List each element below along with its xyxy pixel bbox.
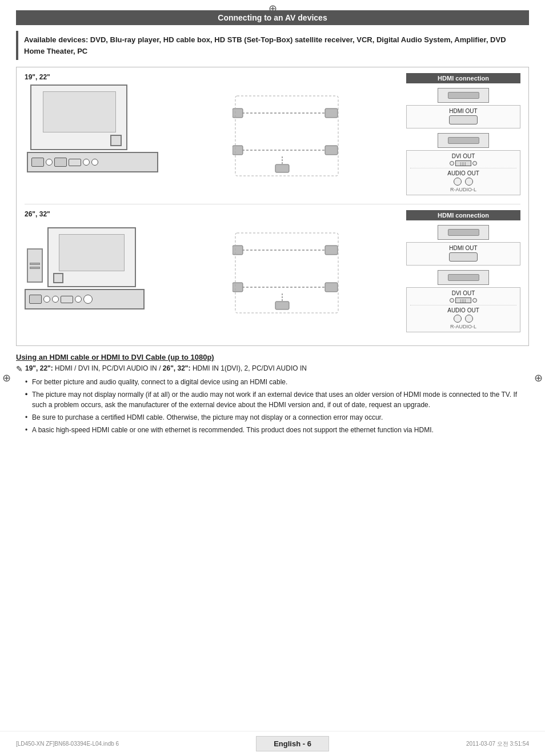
dvi-circle-left-2632 [450,298,454,303]
reg-mark-left: ⊕ [2,372,11,384]
notes-ref-icon: ✎ [16,364,23,373]
dvi-circle-right-1922 [472,161,477,166]
dvi-circle-right-2632 [472,298,477,303]
dvi-rect-2632: |||| [455,297,471,303]
hdmi-out-box-2632: HDMI OUT [406,242,520,266]
footer-page-number: English - 6 [256,736,329,751]
audio-circle-l-1922 [465,178,473,186]
svg-rect-13 [233,283,243,292]
bullet-1: For better picture and audio quality, co… [25,377,529,387]
svg-rect-16 [275,301,289,309]
hdmi-connection-label-2632: HDMI connection [406,210,520,220]
svg-rect-6 [235,96,338,176]
dvi-lines-2632: |||| [460,299,466,303]
cable-svg-1922 [233,90,347,182]
dvi-port-2632: |||| [410,297,516,303]
hdmi-connection-label-1922: HDMI connection [406,73,520,83]
bullet-5: A basic high-speed HDMI cable or one wit… [25,425,529,435]
bullet-list: For better picture and audio quality, co… [16,377,529,435]
reg-mark-right: ⊕ [534,372,543,384]
tv-size-label-1922: 19", 22" [25,73,173,81]
svg-rect-11 [325,246,338,255]
audio-circles-1922 [410,178,516,186]
tv-screen-2632 [59,234,125,271]
bullet-3: The picture may not display normally (if… [25,389,529,410]
dvi-port-1922: |||| [410,160,516,166]
hdmi-slot-1922 [448,92,479,99]
section-divider [25,204,520,204]
audio-circle-r-2632 [454,315,462,323]
tv-drawing-1922 [30,85,127,150]
connector-strip-2632 [25,289,145,309]
tv-side-1922: 19", 22" [25,73,173,198]
dvi-rect-1922: |||| [455,160,471,166]
tv-stand-1922 [110,135,122,146]
tv-side-2632: 26", 32" [25,210,173,335]
cable-svg-2632 [233,227,347,319]
vga-port-1 [69,159,81,166]
footer-timestamp: 2011-03-07 오전 3:51:54 [466,740,529,748]
connector-strip-1922 [27,152,158,172]
hdmi-out-port-2632 [449,252,478,262]
hdmi-out-label-1922: HDMI OUT [410,108,516,114]
dvi-out-label-2632: DVI OUT [410,290,516,296]
svg-rect-4 [233,146,243,155]
diagram-area: 19", 22" [16,67,529,346]
hdmi-slot-2632 [448,229,479,236]
dvd-device2-1922 [438,133,489,148]
audio-circle-r-1922 [454,178,462,186]
hdmi-port-2 [54,158,67,167]
dvi-circle-left-1922 [450,161,454,166]
diagram-section-2632: 26", 32" [25,210,520,335]
r-audio-l-2632: R-AUDIO-L [410,324,516,329]
hdmi-port-1 [31,158,44,167]
dvd-device-2632 [438,225,489,240]
circle-port-2632-1 [43,296,50,303]
tv-size-label-2632: 26", 32" [25,210,173,218]
svg-rect-1 [233,108,243,118]
tv-drawing-2632 [47,227,136,287]
hdmi-out-box-1922: HDMI OUT [406,105,520,128]
circle-port-2632-3 [75,296,82,303]
audio-out-label-1922: AUDIO OUT [410,170,516,176]
circle-port-2632-2 [52,296,59,303]
ref-slash: / [159,364,163,372]
circle-port-3 [91,159,98,166]
circle-port-1 [46,159,53,166]
notes-ref-text: 19", 22": HDMI / DVI IN, PC/DVI AUDIO IN… [25,364,307,372]
dvd-device2-2632 [438,270,489,285]
footer: [LD450-XN ZF]BN68-03394E-L04.indb 6 Engl… [0,731,545,756]
ref-label-2632: 26", 32": [163,364,191,372]
notes-section: Using an HDMI cable or HDMI to DVI Cable… [16,353,529,435]
bullet-4: Be sure to purchase a certified HDMI cab… [25,412,529,423]
ref-text-2632: HDMI IN 1(DVI), 2, PC/DVI AUDIO IN [193,364,307,372]
audio-out-label-2632: AUDIO OUT [410,307,516,313]
cable-area-2632 [173,210,406,335]
svg-rect-14 [325,283,338,292]
audio-circles-2632 [410,315,516,323]
dvi-out-box-2632: DVI OUT |||| AUDIO OUT R-AUDIO-L [406,287,520,332]
notes-ref: ✎ 19", 22": HDMI / DVI IN, PC/DVI AUDIO … [16,364,529,373]
hdmi-slot2-2632 [448,274,479,281]
cable-area-1922 [173,73,406,198]
dvi-lines-1922: |||| [460,162,466,166]
ref-text-1922: HDMI / DVI IN, PC/DVI AUDIO IN [55,364,157,372]
tv-stand-2632 [53,273,63,283]
svg-rect-5 [325,146,338,155]
svg-rect-2 [325,108,338,118]
notes-title: Using an HDMI cable or HDMI to DVI Cable… [16,353,529,361]
dvi-out-box-1922: DVI OUT |||| AUDIO OUT R-AUDIO-L [406,150,520,195]
svg-rect-15 [235,233,338,313]
vga-port-2632 [61,296,73,303]
tv-screen-1922 [43,91,116,132]
hdmi-out-port-1922 [449,115,478,124]
footer-file-info: [LD450-XN ZF]BN68-03394E-L04.indb 6 [16,741,119,747]
hdmi-slot2-1922 [448,137,479,144]
r-audio-l-1922: R-AUDIO-L [410,187,516,192]
circle-port-2 [83,159,90,166]
device-connectors-2632: HDMI connection HDMI OUT DVI OUT [406,210,520,335]
side-device-2632 [27,248,43,283]
dvi-out-label-1922: DVI OUT [410,153,516,159]
svg-rect-7 [275,164,289,172]
audio-circle-l-2632 [465,315,473,323]
